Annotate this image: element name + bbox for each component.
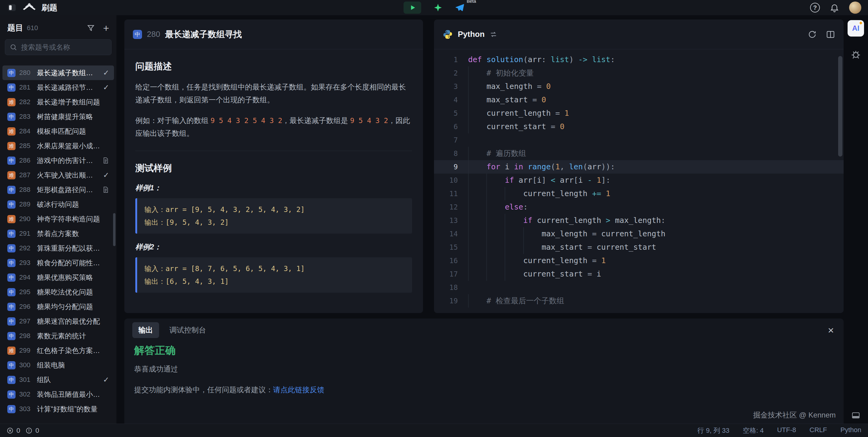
code-line[interactable]: 12 else: xyxy=(434,200,844,214)
problem-list-item[interactable]: 中300组装电脑 xyxy=(2,358,114,372)
problem-list-item[interactable]: 中286游戏中的伤害计… xyxy=(2,153,114,168)
language-label: Python xyxy=(458,30,485,39)
problem-header-number: 280 xyxy=(147,30,160,39)
problem-list-item[interactable]: 中298素数元素的统计 xyxy=(2,329,114,343)
code-line[interactable]: 5 current_length = 1 xyxy=(434,107,844,120)
sample2-code-block: 输入：arr = [8, 7, 6, 5, 6, 5, 4, 3, 1] 输出：… xyxy=(135,257,412,293)
code-line[interactable]: 10 if arr[i] < arr[i - 1]: xyxy=(434,174,844,187)
line-number: 5 xyxy=(434,107,468,120)
problem-list-item[interactable]: 中281最长递减路径节…✓ xyxy=(2,80,114,95)
problem-number: 303 xyxy=(19,405,33,413)
problem-list-item[interactable]: 难290神奇字符串构造问题 xyxy=(2,212,114,226)
problem-title: 红色格子染色方案… xyxy=(37,346,109,356)
warnings-icon[interactable] xyxy=(26,427,32,434)
search-input[interactable] xyxy=(21,43,107,52)
feedback-plane-button[interactable]: Beta xyxy=(455,3,464,12)
problems-title: 题目 xyxy=(7,23,23,33)
code-line[interactable]: 8 # 遍历数组 xyxy=(434,147,844,160)
code-line[interactable]: 17 current_start = i xyxy=(434,267,844,281)
code-line[interactable]: 16 current_length = 1 xyxy=(434,254,844,267)
help-icon[interactable]: ? xyxy=(810,3,820,12)
difficulty-badge: 中 xyxy=(7,332,16,340)
sidebar-toggle-icon[interactable] xyxy=(7,2,17,13)
code-line[interactable]: 11 current_length += 1 xyxy=(434,187,844,200)
indent-guide xyxy=(505,267,523,281)
problem-list-item[interactable]: 难284模板串匹配问题 xyxy=(2,124,114,139)
code-line[interactable]: 9 for i in range(1, len(arr)): xyxy=(434,160,844,174)
problem-list-item[interactable]: 中293粮食分配的可能性… xyxy=(2,256,114,270)
reset-code-icon[interactable] xyxy=(808,30,817,39)
code-editor[interactable]: 1def solution(arr: list) -> list:2 # 初始化… xyxy=(434,49,844,313)
feedback-link[interactable]: 请点此链接反馈 xyxy=(273,385,324,394)
run-button[interactable] xyxy=(404,2,421,14)
code-text: current_start = i xyxy=(468,267,844,281)
code-line[interactable]: 4 max_start = 0 xyxy=(434,93,844,107)
notifications-bell-icon[interactable] xyxy=(830,3,839,12)
statusbar-item[interactable]: 空格: 4 xyxy=(743,426,764,435)
difficulty-badge: 难 xyxy=(7,346,16,355)
line-number: 10 xyxy=(434,174,468,187)
code-line[interactable]: 14 max_length = current_length xyxy=(434,227,844,241)
indent-guide xyxy=(523,227,541,241)
problem-list-item[interactable]: 中288矩形棋盘路径问… xyxy=(2,182,114,197)
toggle-panel-icon[interactable] xyxy=(850,411,861,420)
problem-list-item[interactable]: 中296糖果均匀分配问题 xyxy=(2,299,114,314)
errors-count: 0 xyxy=(17,427,20,435)
note-icon xyxy=(102,157,109,164)
code-line[interactable]: 3 max_length = 0 xyxy=(434,80,844,93)
debug-bug-icon[interactable] xyxy=(850,48,862,60)
indent-guide xyxy=(468,160,487,174)
code-line[interactable]: 13 if current_length > max_length: xyxy=(434,214,844,227)
search-box[interactable] xyxy=(5,39,112,55)
statusbar-item[interactable]: UTF-8 xyxy=(777,426,796,435)
statusbar-item[interactable]: CRLF xyxy=(809,426,827,435)
statusbar-item[interactable]: 行 9, 列 33 xyxy=(697,426,729,435)
tab-output[interactable]: 输出 xyxy=(132,322,159,338)
problem-list-item[interactable]: 中295糖果吃法优化问题 xyxy=(2,285,114,299)
split-editor-icon[interactable] xyxy=(826,30,835,39)
problem-list-item[interactable]: 中291禁着点方案数 xyxy=(2,226,114,241)
problem-list-item[interactable]: 中297糖果迷宫的最优分配 xyxy=(2,314,114,329)
tab-debug-console[interactable]: 调试控制台 xyxy=(163,322,212,338)
problem-list-item[interactable]: 中294糖果优惠购买策略 xyxy=(2,270,114,285)
juejin-logo[interactable] xyxy=(23,3,36,12)
problem-list-item[interactable]: 中280最长递减子数组…✓ xyxy=(2,65,114,80)
indent-guide xyxy=(468,174,487,187)
code-line[interactable]: 19 # 检查最后一个子数组 xyxy=(434,294,844,308)
line-number: 2 xyxy=(434,66,468,80)
indent-guide xyxy=(468,294,487,308)
statusbar-item[interactable]: Python xyxy=(841,426,862,435)
section-title-description: 问题描述 xyxy=(135,60,412,73)
problem-list-item[interactable]: 中289破冰行动问题 xyxy=(2,197,114,212)
code-line[interactable]: 1def solution(arr: list) -> list: xyxy=(434,53,844,66)
problem-list-item[interactable]: 中302装饰品丑陋值最小… xyxy=(2,387,114,402)
problem-number: 293 xyxy=(19,259,33,267)
user-avatar[interactable] xyxy=(849,2,861,14)
problem-list-item[interactable]: 中303计算“好数组”的数量 xyxy=(2,402,114,416)
code-text: else: xyxy=(468,200,844,214)
sidebar-scrollbar[interactable] xyxy=(113,213,116,246)
code-line[interactable]: 18 xyxy=(434,281,844,294)
code-line[interactable]: 6 current_start = 0 xyxy=(434,120,844,133)
code-line[interactable]: 7 xyxy=(434,133,844,147)
code-line[interactable]: 15 max_start = current_start xyxy=(434,241,844,254)
problem-list-item[interactable]: 难299红色格子染色方案… xyxy=(2,343,114,358)
problem-list-item[interactable]: 中292算珠重新分配以获… xyxy=(2,241,114,256)
problem-list-item[interactable]: 难287火车驶入驶出顺…✓ xyxy=(2,168,114,182)
errors-icon[interactable] xyxy=(7,427,13,434)
editor-scrollbar[interactable] xyxy=(838,56,842,157)
submit-button[interactable] xyxy=(433,3,442,12)
ai-assistant-icon[interactable]: AI xyxy=(847,20,864,37)
problem-list-item[interactable]: 难285水果店果篮最小成… xyxy=(2,139,114,153)
problem-list-item[interactable]: 中283树苗健康提升策略 xyxy=(2,109,114,124)
add-problem-icon[interactable]: + xyxy=(103,23,109,33)
code-line[interactable]: 2 # 初始化变量 xyxy=(434,66,844,80)
filter-funnel-icon[interactable] xyxy=(87,24,95,32)
close-panel-icon[interactable]: × xyxy=(826,325,836,336)
problem-list-item[interactable]: 难282最长递增子数组问题 xyxy=(2,95,114,109)
switch-language-icon[interactable] xyxy=(490,30,497,38)
problem-title: 装饰品丑陋值最小… xyxy=(37,390,109,399)
difficulty-badge: 中 xyxy=(7,303,16,311)
problem-title: 最长递增子数组问题 xyxy=(37,97,109,107)
problem-list-item[interactable]: 中301组队✓ xyxy=(2,372,114,387)
